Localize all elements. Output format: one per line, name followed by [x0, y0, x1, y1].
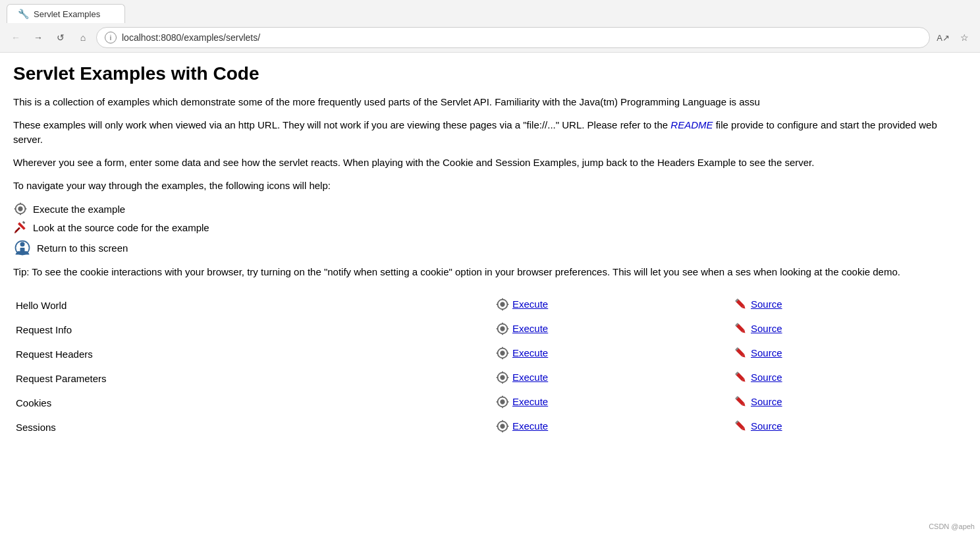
- page-title: Servlet Examples with Code: [13, 63, 967, 84]
- example-name: Hello World: [13, 293, 490, 318]
- source-label: Source: [751, 420, 782, 432]
- watermark: CSDN @apeh: [929, 522, 975, 530]
- execute-icon: [495, 346, 510, 360]
- execute-label: Execute: [512, 323, 548, 334]
- icon-source-label: Look at the source code for the example: [33, 222, 209, 233]
- return-icon: [13, 238, 32, 257]
- intro-paragraph-2: These examples will only work when viewe…: [13, 118, 967, 148]
- icon-execute-label: Execute the example: [33, 204, 125, 215]
- examples-table: Hello World Execute Source Request Info: [13, 293, 967, 439]
- info-button[interactable]: i: [105, 32, 117, 43]
- execute-link[interactable]: Execute: [495, 395, 548, 409]
- execute-icon: [495, 322, 510, 336]
- example-name: Sessions: [13, 415, 490, 439]
- readme-link[interactable]: README: [670, 119, 713, 130]
- svg-point-5: [20, 242, 25, 246]
- svg-rect-3: [22, 221, 26, 224]
- example-name: Request Headers: [13, 342, 490, 366]
- icon-source-item: Look at the source code for the example: [13, 220, 967, 235]
- source-icon: [734, 419, 748, 434]
- page-content: Servlet Examples with Code This is a col…: [0, 53, 980, 533]
- example-name: Request Parameters: [13, 366, 490, 391]
- source-link[interactable]: Source: [734, 395, 782, 409]
- source-icon: [734, 322, 748, 336]
- table-row: Cookies Execute Source: [13, 391, 967, 415]
- execute-label: Execute: [512, 347, 548, 358]
- execute-label: Execute: [512, 420, 548, 432]
- source-cell: Source: [728, 391, 967, 415]
- execute-cell: Execute: [490, 366, 728, 391]
- execute-icon: [495, 370, 510, 385]
- table-row: Request Parameters Execute Source: [13, 366, 967, 391]
- example-name: Cookies: [13, 391, 490, 415]
- execute-icon: [495, 395, 510, 409]
- source-link[interactable]: Source: [734, 370, 782, 385]
- source-label: Source: [751, 396, 782, 407]
- reader-mode-button[interactable]: A↗: [934, 28, 952, 47]
- execute-cell: Execute: [490, 415, 728, 439]
- example-name: Request Info: [13, 318, 490, 342]
- url-text: localhost:8080/examples/servlets/: [122, 32, 921, 43]
- source-cell: Source: [728, 342, 967, 366]
- execute-cell: Execute: [490, 293, 728, 318]
- source-link[interactable]: Source: [734, 419, 782, 434]
- home-button[interactable]: ⌂: [74, 28, 92, 47]
- table-row: Request Info Execute Source: [13, 318, 967, 342]
- icon-return-item: Return to this screen: [13, 238, 967, 257]
- nav-right-buttons: A↗ ☆: [934, 28, 973, 47]
- execute-label: Execute: [512, 298, 548, 310]
- source-icon: [734, 297, 748, 312]
- source-cell: Source: [728, 415, 967, 439]
- intro-paragraph-1: This is a collection of examples which d…: [13, 95, 967, 110]
- svg-rect-0: [14, 227, 20, 233]
- table-row: Hello World Execute Source: [13, 293, 967, 318]
- address-bar[interactable]: i localhost:8080/examples/servlets/: [96, 27, 930, 48]
- table-row: Request Headers Execute Source: [13, 342, 967, 366]
- source-icon: [734, 395, 748, 409]
- icon-list: Execute the example Look at the source c…: [13, 202, 967, 257]
- icons-help-text: To navigate your way through the example…: [13, 178, 967, 194]
- source-link[interactable]: Source: [734, 297, 782, 312]
- source-icon: [13, 220, 28, 235]
- source-label: Source: [751, 372, 782, 383]
- intro2-prefix: These examples will only work when viewe…: [13, 119, 670, 130]
- forward-button[interactable]: →: [29, 28, 47, 47]
- icon-execute-item: Execute the example: [13, 202, 967, 216]
- source-link[interactable]: Source: [734, 346, 782, 360]
- source-cell: Source: [728, 366, 967, 391]
- source-label: Source: [751, 347, 782, 358]
- nav-bar: ← → ↺ ⌂ i localhost:8080/examples/servle…: [0, 23, 980, 52]
- execute-icon: [495, 297, 510, 312]
- intro-paragraph-3: Wherever you see a form, enter some data…: [13, 155, 967, 171]
- back-button[interactable]: ←: [7, 28, 25, 47]
- execute-link[interactable]: Execute: [495, 322, 548, 336]
- tab-title: Servlet Examples: [34, 9, 100, 19]
- source-label: Source: [751, 323, 782, 334]
- execute-link[interactable]: Execute: [495, 419, 548, 434]
- source-cell: Source: [728, 293, 967, 318]
- table-row: Sessions Execute Source: [13, 415, 967, 439]
- source-cell: Source: [728, 318, 967, 342]
- source-icon: [734, 370, 748, 385]
- browser-chrome: 🔧 Servlet Examples ← → ↺ ⌂ i localhost:8…: [0, 0, 980, 53]
- execute-cell: Execute: [490, 391, 728, 415]
- source-link[interactable]: Source: [734, 322, 782, 336]
- tip-text: Tip: To see the cookie interactions with…: [13, 265, 967, 280]
- icon-return-label: Return to this screen: [37, 242, 128, 254]
- execute-icon: [13, 202, 28, 216]
- source-icon: [734, 346, 748, 360]
- execute-link[interactable]: Execute: [495, 297, 548, 312]
- execute-icon: [495, 419, 510, 434]
- tab-bar: 🔧 Servlet Examples: [0, 0, 980, 23]
- execute-label: Execute: [512, 396, 548, 407]
- execute-link[interactable]: Execute: [495, 346, 548, 360]
- tab-favicon: 🔧: [18, 9, 28, 19]
- reload-button[interactable]: ↺: [51, 28, 70, 47]
- favorites-button[interactable]: ☆: [955, 28, 973, 47]
- active-tab[interactable]: 🔧 Servlet Examples: [7, 4, 125, 23]
- source-label: Source: [751, 298, 782, 310]
- execute-cell: Execute: [490, 318, 728, 342]
- execute-cell: Execute: [490, 342, 728, 366]
- execute-link[interactable]: Execute: [495, 370, 548, 385]
- execute-label: Execute: [512, 372, 548, 383]
